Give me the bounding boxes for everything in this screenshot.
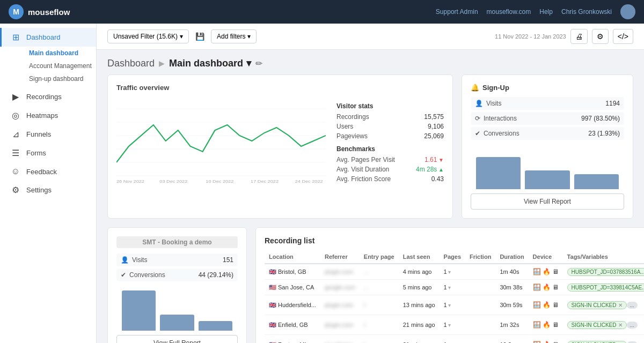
col-duration: Duration	[495, 250, 528, 264]
cell-entry-page: ...	[360, 264, 399, 280]
referrer-text: plugin.com	[325, 269, 353, 275]
cell-duration: 10.2s	[495, 335, 528, 344]
help-link[interactable]: Help	[539, 8, 553, 16]
traffic-stats: Visitor stats Recordings 15,575 Users 9,…	[336, 98, 444, 185]
benchmark-label-pages: Avg. Pages Per Visit	[336, 156, 395, 163]
funnel-visits-icon: 👤	[121, 256, 129, 264]
table-row[interactable]: 🇬🇧Enfield, GBplugin.com/21 mins ago1▾1m …	[265, 315, 644, 335]
benchmark-pages: Avg. Pages Per Visit 1.61	[336, 155, 444, 165]
benchmark-value-pages: 1.61	[425, 156, 444, 163]
sidebar-item-feedback[interactable]: ☺ Feedback	[0, 162, 96, 181]
cell-tags: SIGN-IN CLICKED✕...	[563, 295, 644, 315]
sidebar-sub-signup-dashboard[interactable]: Sign-up dashboard	[25, 72, 96, 85]
dashboard-bottom-grid: SMT - Booking a demo 👤 Visits 151 ✔ Conv…	[97, 227, 644, 343]
cell-friction	[465, 264, 495, 280]
table-row[interactable]: 🇺🇸San Jose, CAgoogle.com...5 mins ago1▾3…	[265, 280, 644, 295]
table-row[interactable]: 🇬🇧Huddersfield...plugin.com/13 mins ago1…	[265, 295, 644, 315]
save-filter-icon[interactable]: 💾	[195, 32, 204, 41]
main-content: Unsaved Filter (15.6K) ▾ 💾 Add filters ▾…	[97, 24, 644, 343]
cell-pages: 1▾	[440, 315, 465, 335]
col-location: Location	[265, 250, 320, 264]
support-link[interactable]: Support Admin	[436, 8, 478, 16]
settings-button[interactable]: ⚙	[592, 29, 609, 44]
device-icon: 🔥	[543, 321, 551, 329]
table-row[interactable]: 🇬🇧Bristol, GBplugin.com...4 mins ago1▾1m…	[265, 264, 644, 280]
sidebar-label-recordings: Recordings	[26, 93, 62, 101]
app-body: ⊞ Dashboard Main dashboard Account Manag…	[0, 24, 644, 343]
visits-icon: 👤	[475, 100, 483, 107]
col-entry-page: Entry page	[360, 250, 399, 264]
pages-dropdown[interactable]: ▾	[448, 285, 451, 290]
svg-text:26 Nov 2022: 26 Nov 2022	[116, 179, 144, 184]
tag-badge: SIGN-IN CLICKED✕	[567, 341, 627, 343]
traffic-overview-title: Traffic overview	[116, 84, 444, 92]
user-name[interactable]: Chris Gronkowski	[561, 8, 612, 16]
signup-view-report-button[interactable]: View Full Report	[471, 193, 624, 210]
sidebar-sub-account-management[interactable]: Account Management	[25, 59, 96, 72]
add-filters-button[interactable]: Add filters ▾	[211, 29, 257, 43]
cell-entry-page: /	[360, 315, 399, 335]
tag-remove-icon[interactable]: ✕	[618, 302, 623, 308]
account-link[interactable]: mouseflow.com	[487, 8, 531, 16]
breadcrumb-edit-icon[interactable]: ✏	[255, 58, 262, 69]
stat-value-pageviews: 25,069	[424, 132, 444, 140]
sidebar-label-feedback: Feedback	[26, 168, 57, 176]
sidebar-item-recordings[interactable]: ▶ Recordings	[0, 87, 96, 106]
pages-dropdown[interactable]: ▾	[448, 302, 451, 308]
funnel-card: SMT - Booking a demo 👤 Visits 151 ✔ Conv…	[107, 227, 247, 343]
pages-dropdown[interactable]: ▾	[448, 269, 451, 275]
sidebar-item-forms[interactable]: ☰ Forms	[0, 144, 96, 162]
device-icon: 🪟	[533, 301, 541, 309]
cell-friction	[465, 295, 495, 315]
cell-device: 🪟🔥🖥	[529, 335, 563, 344]
device-icon: 🔥	[543, 284, 551, 291]
cell-duration: 30m 38s	[495, 280, 528, 295]
cell-friction	[465, 315, 495, 335]
more-tags-button[interactable]: ...	[627, 322, 638, 329]
sidebar-item-funnels[interactable]: ⊿ Funnels	[0, 125, 96, 144]
cell-location: 🇬🇧Bristol, GB	[265, 264, 320, 280]
svg-text:03 Dec 2022: 03 Dec 2022	[159, 179, 187, 184]
cell-device: 🪟🔥🖥	[529, 280, 563, 295]
benchmark-friction: Avg. Friction Score 0.43	[336, 174, 444, 184]
cell-pages: 1▾	[440, 335, 465, 344]
funnel-bar-2	[160, 315, 194, 331]
signup-visits-value: 1194	[605, 100, 620, 107]
signup-bars	[471, 146, 624, 189]
sidebar-item-dashboard[interactable]: ⊞ Dashboard	[0, 28, 96, 47]
entry-page-text: /	[364, 322, 365, 328]
code-button[interactable]: </>	[613, 29, 633, 44]
breadcrumb-root[interactable]: Dashboard	[107, 58, 155, 69]
pages-dropdown[interactable]: ▾	[448, 322, 451, 328]
toolbar-right: 11 Nov 2022 - 12 Jan 2023 🖨 ⚙ </>	[495, 29, 633, 44]
breadcrumb-current[interactable]: Main dashboard ▾	[169, 57, 251, 69]
sidebar-sub-main-dashboard[interactable]: Main dashboard	[25, 47, 96, 59]
breadcrumb-dropdown-icon[interactable]: ▾	[246, 57, 251, 69]
entry-page-text: ...	[364, 284, 369, 290]
tag-badge: SIGN-IN CLICKED✕	[567, 301, 627, 309]
more-tags-button[interactable]: ...	[627, 302, 638, 309]
sidebar-label-funnels: Funnels	[26, 130, 51, 138]
avatar[interactable]	[620, 4, 635, 19]
settings-icon: ⚙	[10, 185, 21, 195]
cell-pages: 1▾	[440, 264, 465, 280]
logo: M mouseflow	[9, 4, 70, 19]
cell-referrer: plugin.com	[320, 295, 360, 315]
sidebar-item-settings[interactable]: ⚙ Settings	[0, 181, 96, 199]
flag-icon: 🇺🇸	[269, 341, 276, 344]
svg-text:24 Dec 2022: 24 Dec 2022	[295, 179, 323, 184]
stat-row-users: Users 9,106	[336, 122, 444, 131]
funnel-view-report-button[interactable]: View Full Report	[116, 335, 238, 343]
table-row[interactable]: 🇺🇸Fenton, MIno referrer/21 mins ago1▾10.…	[265, 335, 644, 344]
recording-list-table: Location Referrer Entry page Last seen P…	[265, 250, 644, 343]
device-icon: 🖥	[552, 321, 559, 329]
cell-tags: HUBSPOT_JD=339814C5AE...✕...	[563, 280, 644, 295]
sidebar-item-heatmaps[interactable]: ◎ Heatmaps	[0, 106, 96, 125]
tag-remove-icon[interactable]: ✕	[618, 322, 623, 328]
print-button[interactable]: 🖨	[570, 29, 588, 44]
referrer-text: plugin.com	[325, 302, 353, 308]
add-filters-chevron: ▾	[247, 33, 251, 40]
stat-row-recordings: Recordings 15,575	[336, 112, 444, 122]
device-icon: 🪟	[533, 341, 541, 343]
filter-button[interactable]: Unsaved Filter (15.6K) ▾	[107, 29, 189, 43]
